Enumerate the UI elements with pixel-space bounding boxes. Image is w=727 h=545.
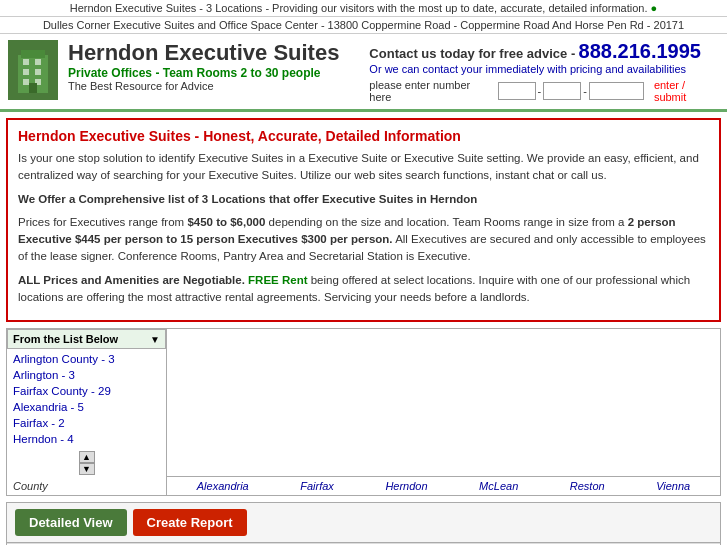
results-toolbar: Detailed View Create Report xyxy=(7,503,720,543)
list-scrollbar: ▲ ▼ xyxy=(7,449,166,477)
list-header-label: From the List Below xyxy=(13,333,118,345)
header-right: Contact us today for free advice - 888.2… xyxy=(359,40,719,103)
list-item[interactable]: Fairfax - 2 xyxy=(7,415,166,431)
second-bar-text: Dulles Corner Executive Suites and Offic… xyxy=(43,19,684,31)
city-tabs: Alexandria Fairfax Herndon McLean Reston… xyxy=(167,476,720,495)
location-list-header: From the List Below ▼ xyxy=(7,329,166,349)
list-item[interactable]: Arlington County - 3 xyxy=(7,351,166,367)
city-tab-mclean[interactable]: McLean xyxy=(479,480,518,492)
top-bar: Herndon Executive Suites - 3 Locations -… xyxy=(0,0,727,17)
svg-rect-4 xyxy=(23,69,29,75)
header-left: Herndon Executive Suites Private Offices… xyxy=(68,40,359,92)
phone-label: please enter number here xyxy=(369,79,492,103)
list-item[interactable]: Herndon - 4 xyxy=(7,431,166,447)
city-tab-fairfax[interactable]: Fairfax xyxy=(300,480,334,492)
svg-rect-5 xyxy=(35,69,41,75)
list-item[interactable]: Fairfax County - 29 xyxy=(7,383,166,399)
lower-section: From the List Below ▼ Arlington County -… xyxy=(6,328,721,496)
para4-free: FREE Rent xyxy=(248,274,307,286)
list-item[interactable]: Arlington - 3 xyxy=(7,367,166,383)
second-bar: Dulles Corner Executive Suites and Offic… xyxy=(0,17,727,34)
phone-number: 888.216.1995 xyxy=(579,40,701,62)
main-info-box: Herndon Executive Suites - Honest, Accur… xyxy=(6,118,721,322)
phone-input-row: please enter number here - - enter / sub… xyxy=(369,79,719,103)
city-tab-alexandria[interactable]: Alexandria xyxy=(197,480,249,492)
site-header: Herndon Executive Suites Private Offices… xyxy=(0,34,727,112)
list-dropdown-arrow[interactable]: ▼ xyxy=(150,334,160,345)
location-list: Arlington County - 3 Arlington - 3 Fairf… xyxy=(7,349,166,449)
list-item[interactable]: Alexandria - 5 xyxy=(7,399,166,415)
right-panel: Alexandria Fairfax Herndon McLean Reston… xyxy=(167,329,720,495)
phone-prefix-input[interactable] xyxy=(543,82,581,100)
para3-start: Prices for Executives range from xyxy=(18,216,187,228)
city-tab-herndon[interactable]: Herndon xyxy=(385,480,427,492)
para3-price1: $450 to $6,000 xyxy=(187,216,265,228)
site-tagline: Private Offices - Team Rooms 2 to 30 peo… xyxy=(68,66,359,80)
submit-link[interactable]: enter / submit xyxy=(654,79,719,103)
city-tab-vienna[interactable]: Vienna xyxy=(656,480,690,492)
phone-sep2: - xyxy=(583,85,587,97)
svg-rect-3 xyxy=(35,59,41,65)
scroll-down-button[interactable]: ▼ xyxy=(79,463,95,475)
svg-rect-2 xyxy=(23,59,29,65)
phone-area-input[interactable] xyxy=(498,82,536,100)
svg-rect-1 xyxy=(21,50,45,58)
site-title: Herndon Executive Suites xyxy=(68,40,359,66)
site-sub-tagline: The Best Resource for Advice xyxy=(68,80,359,92)
contact-title: Contact us today for free advice - xyxy=(369,46,575,61)
city-tab-reston[interactable]: Reston xyxy=(570,480,605,492)
para4-start: ALL Prices and Amenities are Negotiable. xyxy=(18,274,248,286)
scroll-up-button[interactable]: ▲ xyxy=(79,451,95,463)
county-label: County xyxy=(7,477,166,495)
svg-rect-8 xyxy=(29,83,37,93)
main-para4: ALL Prices and Amenities are Negotiable.… xyxy=(18,272,709,307)
status-dot: ● xyxy=(651,2,658,14)
top-bar-line1: Herndon Executive Suites - 3 Locations -… xyxy=(70,2,648,14)
results-section: Detailed View Create Report xyxy=(6,502,721,545)
main-heading: Herndon Executive Suites - Honest, Accur… xyxy=(18,128,709,144)
phone-sep1: - xyxy=(538,85,542,97)
main-para1: Is your one stop solution to identify Ex… xyxy=(18,150,709,185)
detailed-view-button[interactable]: Detailed View xyxy=(15,509,127,536)
location-list-box: From the List Below ▼ Arlington County -… xyxy=(7,329,167,495)
contact-sub: Or we can contact your immediately with … xyxy=(369,63,719,75)
phone-number-input[interactable] xyxy=(589,82,644,100)
logo xyxy=(8,40,58,100)
para3-mid: depending on the size and location. Team… xyxy=(265,216,627,228)
svg-rect-6 xyxy=(23,79,29,85)
main-para3: Prices for Executives range from $450 to… xyxy=(18,214,709,266)
create-report-button[interactable]: Create Report xyxy=(133,509,247,536)
main-para2: We Offer a Comprehensive list of 3 Locat… xyxy=(18,193,477,205)
